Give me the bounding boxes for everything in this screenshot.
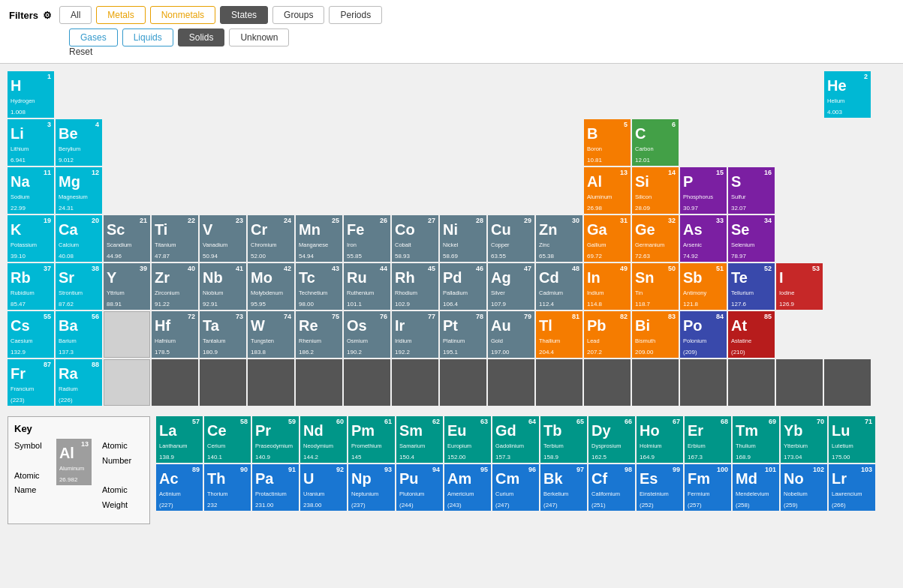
element-Os[interactable]: 76OsOsmium190.2 bbox=[344, 311, 390, 358]
element-Te[interactable]: 52TeTellurium127.6 bbox=[728, 263, 775, 310]
element-P[interactable]: 15PPhosphorus30.97 bbox=[680, 167, 727, 214]
element-Sc[interactable]: 21ScScandium44.96 bbox=[104, 215, 150, 262]
element-Cd[interactable]: 48CdCadmium112.4 bbox=[536, 263, 582, 310]
key-demo-element[interactable]: 13 Al Aluminum 26.982 bbox=[56, 439, 92, 485]
element-In[interactable]: 49InIndium114.8 bbox=[584, 263, 631, 310]
element-Na[interactable]: 11NaSodium22.99 bbox=[8, 167, 54, 214]
element-S[interactable]: 16SSulfur32.07 bbox=[728, 167, 775, 214]
element-Cf[interactable]: 98CfCalifornium(251) bbox=[588, 464, 635, 511]
element-At[interactable]: 85AtAstatine(210) bbox=[728, 311, 775, 358]
element-Pu[interactable]: 94PuPlutonium(244) bbox=[396, 464, 443, 511]
filter-unknown-button[interactable]: Unknown bbox=[229, 28, 289, 46]
element-Tb[interactable]: 65TbTerbium158.9 bbox=[540, 416, 587, 463]
element-Ba[interactable]: 56BaBarium137.3 bbox=[56, 311, 102, 358]
element-Be[interactable]: 4BeBerylium9.012 bbox=[56, 119, 102, 166]
element-Au[interactable]: 79AuGold197.00 bbox=[488, 311, 534, 358]
element-Dy[interactable]: 66DyDysprosium162.5 bbox=[588, 416, 635, 463]
element-Pt[interactable]: 78PtPlatinum195.1 bbox=[440, 311, 486, 358]
element-Gd[interactable]: 64GdGadolinium157.3 bbox=[492, 416, 539, 463]
element-B[interactable]: 5BBoron10.81 bbox=[584, 119, 631, 166]
filter-solids-button[interactable]: Solids bbox=[178, 28, 225, 46]
element-Pb[interactable]: 82PbLead207.2 bbox=[584, 311, 631, 358]
element-Bi[interactable]: 83BiBismuth209.00 bbox=[632, 311, 679, 358]
element-Cs[interactable]: 55CsCaesium132.9 bbox=[8, 311, 54, 358]
element-Tm[interactable]: 69TmThulium168.9 bbox=[733, 416, 779, 463]
element-Ti[interactable]: 22TiTitanium47.87 bbox=[152, 215, 198, 262]
element-Eu[interactable]: 63EuEuropium152.00 bbox=[444, 416, 491, 463]
element-Rb[interactable]: 37RbRubidium85.47 bbox=[8, 263, 54, 310]
element-Pa[interactable]: 91PaProtactinium231.00 bbox=[252, 464, 299, 511]
element-Si[interactable]: 14SiSilicon28.09 bbox=[632, 167, 679, 214]
element-Ca[interactable]: 20CaCalcium40.08 bbox=[56, 215, 102, 262]
element-Am[interactable]: 95AmAmericium(243) bbox=[444, 464, 491, 511]
filter-periods-button[interactable]: Periods bbox=[329, 6, 382, 24]
element-Es[interactable]: 99EsEinsteinium(252) bbox=[637, 464, 683, 511]
element-Mn[interactable]: 25MnManganese54.94 bbox=[296, 215, 342, 262]
element-Pr[interactable]: 59PrPraseodymium140.9 bbox=[252, 416, 299, 463]
filter-groups-button[interactable]: Groups bbox=[272, 6, 324, 24]
element-Sr[interactable]: 38SrStrontium87.62 bbox=[56, 263, 102, 310]
element-Ru[interactable]: 44RuRuthenium101.1 bbox=[344, 263, 390, 310]
element-Lu[interactable]: 71LuLutetium175.00 bbox=[829, 416, 875, 463]
element-La[interactable]: 57LaLanthanum138.9 bbox=[156, 416, 203, 463]
element-No[interactable]: 102NoNobelium(259) bbox=[781, 464, 827, 511]
element-Cu[interactable]: 29CuCopper63.55 bbox=[488, 215, 534, 262]
element-Mg[interactable]: 12MgMagnesium24.31 bbox=[56, 167, 102, 214]
element-Co[interactable]: 27CoCobalt58.93 bbox=[392, 215, 438, 262]
element-K[interactable]: 19KPotassium39.10 bbox=[8, 215, 54, 262]
element-Yb[interactable]: 70YbYtterbium173.04 bbox=[781, 416, 827, 463]
element-W[interactable]: 74WTungsten183.8 bbox=[248, 311, 294, 358]
element-Ta[interactable]: 73TaTantalum180.9 bbox=[200, 311, 246, 358]
filter-gases-button[interactable]: Gases bbox=[69, 28, 118, 46]
element-Nd[interactable]: 60NdNeodymium144.2 bbox=[300, 416, 347, 463]
element-Ac[interactable]: 89AcActinium(227) bbox=[156, 464, 203, 511]
reset-link[interactable]: Reset bbox=[69, 46, 894, 57]
element-Er[interactable]: 68ErErbium167.3 bbox=[685, 416, 731, 463]
element-Zn[interactable]: 30ZnZinc65.38 bbox=[536, 215, 582, 262]
element-Ir[interactable]: 77IrIridium192.2 bbox=[392, 311, 438, 358]
element-Se[interactable]: 34SeSelenium78.97 bbox=[728, 215, 775, 262]
element-C[interactable]: 6CCarbon12.01 bbox=[632, 119, 679, 166]
element-Fr[interactable]: 87FrFrancium(223) bbox=[8, 359, 54, 406]
element-As[interactable]: 33AsArsenic74.92 bbox=[680, 215, 727, 262]
element-V[interactable]: 23VVanadium50.94 bbox=[200, 215, 246, 262]
element-Hf[interactable]: 72HfHafnium178.5 bbox=[152, 311, 198, 358]
element-Sn[interactable]: 50SnTin118.7 bbox=[632, 263, 679, 310]
element-Ce[interactable]: 58CeCerium140.1 bbox=[204, 416, 251, 463]
element-Sb[interactable]: 51SbAntimony121.8 bbox=[680, 263, 727, 310]
element-H[interactable]: 1HHydrogen1.008 bbox=[8, 71, 54, 118]
filter-nonmetals-button[interactable]: Nonmetals bbox=[150, 6, 215, 24]
filter-states-button[interactable]: States bbox=[220, 6, 268, 24]
element-Li[interactable]: 3LiLithium6.941 bbox=[8, 119, 54, 166]
element-Zr[interactable]: 40ZrZirconium91.22 bbox=[152, 263, 198, 310]
element-I[interactable]: 53IIodine126.9 bbox=[776, 263, 823, 310]
element-Nb[interactable]: 41NbNiobium92.91 bbox=[200, 263, 246, 310]
element-Fm[interactable]: 100FmFermium(257) bbox=[685, 464, 731, 511]
element-Al[interactable]: 13AlAluminum26.98 bbox=[584, 167, 631, 214]
element-Sm[interactable]: 62SmSamarium150.4 bbox=[396, 416, 443, 463]
element-Pd[interactable]: 46PdPalladium106.4 bbox=[440, 263, 486, 310]
element-Fe[interactable]: 26FeIron55.85 bbox=[344, 215, 390, 262]
element-He[interactable]: 2HeHelium4.003 bbox=[824, 71, 871, 118]
element-Tl[interactable]: 81TlThallium204.4 bbox=[536, 311, 582, 358]
element-Ag[interactable]: 47AgSilver107.9 bbox=[488, 263, 534, 310]
element-Ge[interactable]: 32GeGermanium72.63 bbox=[632, 215, 679, 262]
element-Ni[interactable]: 28NiNickel58.69 bbox=[440, 215, 486, 262]
element-U[interactable]: 92UUranium238.00 bbox=[300, 464, 347, 511]
element-Th[interactable]: 90ThThorium232 bbox=[204, 464, 251, 511]
element-Cm[interactable]: 96CmCurium(247) bbox=[492, 464, 539, 511]
element-Mo[interactable]: 42MoMolybdenum95.95 bbox=[248, 263, 294, 310]
element-Ho[interactable]: 67HoHolmium164.9 bbox=[637, 416, 683, 463]
element-Lr[interactable]: 103LrLawrencium(266) bbox=[829, 464, 875, 511]
element-Po[interactable]: 84PoPolonium(209) bbox=[680, 311, 727, 358]
filter-metals-button[interactable]: Metals bbox=[96, 6, 145, 24]
element-Cr[interactable]: 24CrChromium52.00 bbox=[248, 215, 294, 262]
element-Y[interactable]: 39YYttrium88.91 bbox=[104, 263, 150, 310]
element-Pm[interactable]: 61PmPromethium145 bbox=[348, 416, 395, 463]
element-Rh[interactable]: 45RhRhodium102.9 bbox=[392, 263, 438, 310]
filter-liquids-button[interactable]: Liquids bbox=[122, 28, 173, 46]
filter-all-button[interactable]: All bbox=[59, 6, 92, 24]
element-Tc[interactable]: 43TcTechnetium98.00 bbox=[296, 263, 342, 310]
element-Bk[interactable]: 97BkBerkelium(247) bbox=[540, 464, 587, 511]
element-Ra[interactable]: 88RaRadium(226) bbox=[56, 359, 102, 406]
